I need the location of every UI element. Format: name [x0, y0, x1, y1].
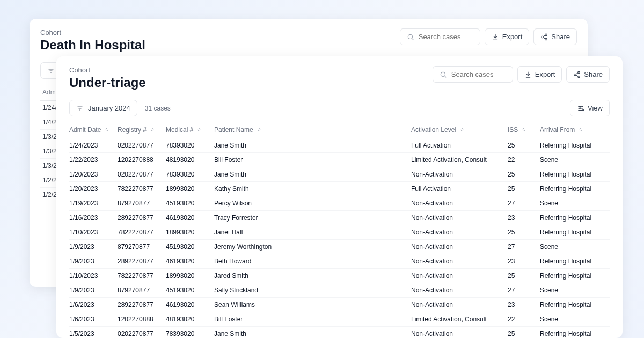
svg-point-0 [408, 34, 412, 39]
cell-medical: 46193020 [166, 301, 214, 308]
cell-medical: 45193020 [166, 243, 214, 251]
cell-date: 1/6/2023 [69, 301, 118, 308]
cell-iss: 25 [508, 229, 540, 236]
cell-activation: Non-Activation [411, 171, 508, 178]
cohort-panel-front: Cohort Under-triage Export Share January… [56, 56, 623, 338]
sort-icon [149, 126, 156, 134]
cell-patient: Tracy Forrester [214, 214, 411, 222]
table-row[interactable]: 1/5/2023020227087778393020Jane SmithNon-… [69, 327, 610, 338]
table-row[interactable]: 1/24/2023020227087778393020Jane SmithFul… [69, 138, 610, 153]
cell-arrival: Referring Hospital [540, 272, 610, 280]
cell-arrival: Referring Hospital [540, 258, 610, 265]
cell-patient: Kathy Smith [214, 185, 411, 193]
col-arrival[interactable]: Arrival From [540, 126, 610, 134]
download-icon [524, 71, 532, 78]
cell-iss: 23 [508, 301, 540, 308]
cell-date: 1/19/2023 [69, 200, 118, 207]
cell-date: 1/10/2023 [69, 272, 118, 280]
cell-activation: Non-Activation [411, 330, 508, 337]
cell-iss: 27 [508, 243, 540, 251]
cell-activation: Non-Activation [411, 229, 508, 236]
svg-point-5 [578, 71, 580, 74]
view-button[interactable]: View [570, 100, 610, 116]
cell-iss: 25 [508, 142, 540, 149]
cell-patient: Sean Williams [214, 301, 411, 308]
table-row[interactable]: 1/9/2023289227087746193020Beth HowardNon… [69, 254, 610, 269]
col-activation[interactable]: Activation Level [411, 126, 508, 134]
date-filter[interactable]: January 2024 [69, 100, 137, 116]
export-button[interactable]: Export [485, 28, 530, 45]
cell-registry: 7822270877 [118, 185, 166, 193]
cell-activation: Non-Activation [411, 301, 508, 308]
col-registry[interactable]: Registry # [118, 126, 166, 134]
export-button[interactable]: Export [517, 66, 562, 83]
sort-icon [577, 126, 584, 134]
cell-iss: 22 [508, 315, 540, 323]
search-input-wrapper[interactable] [433, 66, 513, 83]
col-medical[interactable]: Medical # [166, 126, 214, 134]
table-row[interactable]: 1/20/2023782227087718993020Kathy SmithFu… [69, 182, 610, 196]
cell-registry: 1202270888 [118, 156, 166, 164]
cell-date: 1/22/2023 [69, 156, 118, 164]
cell-medical: 18993020 [166, 272, 214, 280]
table-row[interactable]: 1/10/2023782227087718993020Janet HallNon… [69, 225, 610, 240]
page-title: Under-triage [69, 75, 146, 90]
cell-date: 1/20/2023 [69, 185, 118, 193]
cell-patient: Jane Smith [214, 171, 411, 178]
cell-patient: Bill Foster [214, 156, 411, 164]
cell-iss: 25 [508, 185, 540, 193]
table-row[interactable]: 1/16/2023289227087746193020Tracy Forrest… [69, 211, 610, 225]
cohort-label: Cohort [40, 28, 145, 36]
cell-medical: 18993020 [166, 229, 214, 236]
cell-registry: 2892270877 [118, 258, 166, 265]
cell-patient: Sally Strickland [214, 286, 411, 294]
cell-arrival: Referring Hospital [540, 301, 610, 308]
table-row[interactable]: 1/10/2023782227087718993020Jared SmithNo… [69, 269, 610, 283]
cases-table: Admit Date Registry # Medical # Patient … [69, 122, 610, 338]
cell-iss: 23 [508, 214, 540, 222]
cell-activation: Limited Activation, Consult [411, 156, 508, 164]
share-button[interactable]: Share [566, 66, 610, 83]
cell-activation: Non-Activation [411, 200, 508, 207]
sliders-icon [577, 105, 584, 112]
sort-icon [520, 126, 528, 134]
cell-medical: 78393020 [166, 171, 214, 178]
cell-date: 1/20/2023 [69, 171, 118, 178]
svg-point-9 [580, 107, 581, 108]
search-input[interactable] [451, 70, 506, 78]
cell-date: 1/5/2023 [69, 330, 118, 337]
table-row[interactable]: 1/9/202387927087745193020Sally Stricklan… [69, 283, 610, 298]
cell-registry: 7822270877 [118, 229, 166, 236]
cell-patient: Bill Foster [214, 315, 411, 323]
filter-icon [76, 105, 84, 112]
svg-point-3 [545, 38, 547, 40]
cell-registry: 7822270877 [118, 272, 166, 280]
cell-arrival: Referring Hospital [540, 171, 610, 178]
cell-medical: 48193020 [166, 315, 214, 323]
cell-medical: 18993020 [166, 185, 214, 193]
table-row[interactable]: 1/20/2023020227087778393020Jane SmithNon… [69, 167, 610, 182]
cell-date: 1/9/2023 [69, 286, 118, 294]
filter-icon [47, 67, 55, 75]
page-title: Death In Hospital [40, 38, 145, 53]
cell-arrival: Scene [540, 286, 610, 294]
table-row[interactable]: 1/22/2023120227088848193020Bill FosterLi… [69, 153, 610, 167]
cell-medical: 45193020 [166, 286, 214, 294]
col-iss[interactable]: ISS [508, 126, 540, 134]
cell-registry: 879270877 [118, 200, 166, 207]
cell-registry: 2892270877 [118, 301, 166, 308]
cell-activation: Non-Activation [411, 272, 508, 280]
table-row[interactable]: 1/6/2023289227087746193020Sean WilliamsN… [69, 298, 610, 312]
table-row[interactable]: 1/9/202387927087745193020Jeremy Worthing… [69, 240, 610, 254]
col-patient-name[interactable]: Patient Name [214, 126, 411, 134]
table-row[interactable]: 1/19/202387927087745193020Percy WilsonNo… [69, 196, 610, 211]
col-admit-date[interactable]: Admit Date [69, 126, 118, 134]
cell-activation: Non-Activation [411, 214, 508, 222]
table-row[interactable]: 1/6/2023120227088848193020Bill FosterLim… [69, 312, 610, 327]
cell-registry: 0202270877 [118, 171, 166, 178]
share-button[interactable]: Share [533, 28, 577, 45]
cell-arrival: Scene [540, 315, 610, 323]
search-input-wrapper[interactable] [400, 28, 480, 45]
cell-registry: 0202270877 [118, 142, 166, 149]
search-input[interactable] [419, 33, 473, 41]
